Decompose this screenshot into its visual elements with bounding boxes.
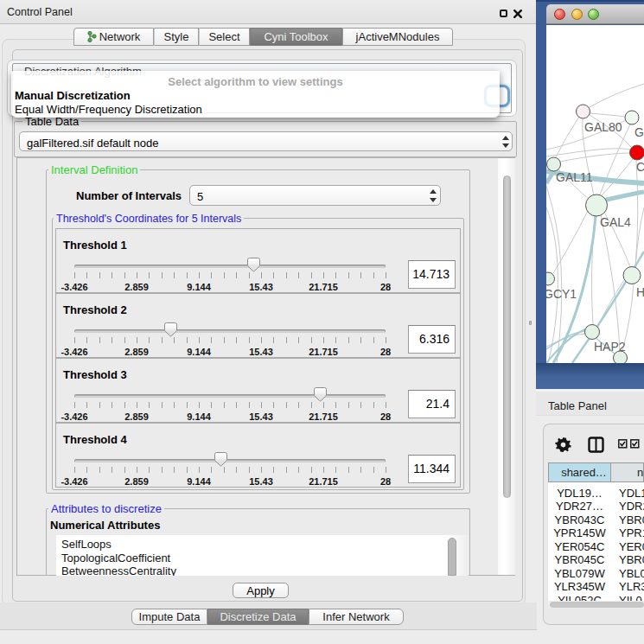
svg-text:GAL80: GAL80 (584, 120, 622, 134)
svg-text:GAL4: GAL4 (600, 215, 631, 229)
svg-text:C: C (636, 160, 644, 174)
svg-text:H: H (636, 285, 644, 299)
svg-text:G.: G. (634, 125, 644, 139)
svg-text:GCY1: GCY1 (546, 287, 577, 301)
svg-text:GAL11: GAL11 (556, 170, 593, 184)
svg-text:HAP2: HAP2 (594, 340, 626, 354)
